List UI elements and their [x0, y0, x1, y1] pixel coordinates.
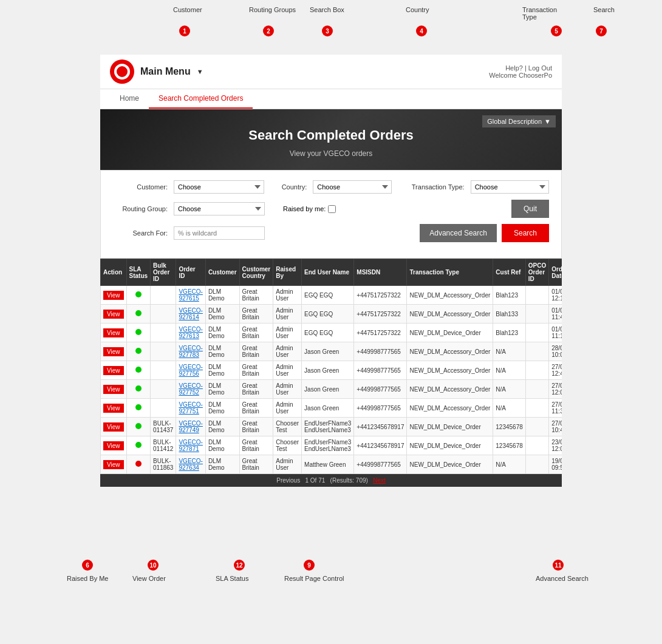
order-link[interactable]: VGECO-927756 [179, 364, 202, 377]
cell-raised: Admin User [273, 324, 302, 342]
cell-orderid: VGECO-927783 [176, 342, 205, 361]
cell-orderid: VGECO-927615 [176, 286, 205, 305]
view-button[interactable]: View [103, 441, 124, 450]
cell-orderid: VGECO-927749 [176, 418, 205, 436]
search-form: Customer: Choose Country: Choose Transac… [100, 170, 562, 259]
cell-date: 01/03/2018 11:19 [549, 324, 562, 342]
cell-opco [525, 342, 548, 361]
cell-custref: N/A [493, 342, 526, 361]
view-button[interactable]: View [103, 291, 124, 300]
order-link[interactable]: VGECO-927615 [179, 288, 202, 302]
cell-transaction: NEW_DLM_Accessory_Order [407, 380, 493, 399]
cell-customer: DLM Demo [205, 380, 239, 399]
annotation-label-7: Search [593, 6, 615, 13]
cell-transaction: NEW_DLM_Device_Order [407, 418, 493, 436]
welcome-text: Welcome ChooserPo [489, 72, 552, 79]
tab-search-completed-orders[interactable]: Search Completed Orders [149, 89, 253, 109]
cell-bulk [151, 342, 176, 361]
page-title: Search Completed Orders [112, 127, 550, 143]
order-link[interactable]: VGECO-927749 [179, 420, 202, 433]
top-right-area: Help? | Log Out Welcome ChooserPo [489, 64, 552, 79]
view-button[interactable]: View [103, 460, 124, 469]
sla-dot [135, 348, 142, 354]
col-date: Order Date [549, 259, 562, 286]
form-row-3: Search For: Advanced Search Search [113, 224, 549, 242]
cell-date: 27/02/2018 12:04 [549, 380, 562, 399]
order-link[interactable]: VGECO-927634 [179, 458, 202, 471]
search-input[interactable] [174, 226, 265, 240]
annotation-label-4: Country [406, 6, 429, 13]
cell-enduser: Jason Green [302, 361, 354, 380]
main-menu-arrow[interactable]: ▼ [197, 68, 203, 75]
cell-transaction: NEW_DLM_Accessory_Order [407, 305, 493, 324]
cell-customer: DLM Demo [205, 418, 239, 436]
cell-bulk [151, 324, 176, 342]
view-button[interactable]: View [103, 347, 124, 356]
raised-by-me-checkbox[interactable] [328, 205, 336, 213]
cell-custref: N/A [493, 399, 526, 418]
raised-by-me-label: Raised by me: [283, 205, 336, 213]
cell-transaction: NEW_DLM_Accessory_Order [407, 342, 493, 361]
form-row-2: Routing Group: Choose Raised by me: Quit [113, 200, 549, 218]
cell-transaction: NEW_DLM_Accessory_Order [407, 361, 493, 380]
country-select[interactable]: Choose [313, 180, 391, 194]
next-link[interactable]: Next [373, 477, 386, 484]
cell-customer: DLM Demo [205, 305, 239, 324]
cell-bulk [151, 380, 176, 399]
cell-enduser: Matthew Green [302, 455, 354, 474]
logout-link[interactable]: Log Out [528, 64, 552, 72]
annotation-label-9: Result Page Control [284, 575, 344, 582]
col-bulk: Bulk Order ID [151, 259, 176, 286]
cell-country: Great Britain [239, 455, 273, 474]
view-button[interactable]: View [103, 366, 124, 375]
order-link[interactable]: VGECO-927614 [179, 307, 202, 320]
quit-button[interactable]: Quit [511, 200, 549, 218]
main-menu-label[interactable]: Main Menu [140, 66, 191, 77]
cell-custref: N/A [493, 455, 526, 474]
tab-home[interactable]: Home [110, 89, 149, 109]
transaction-type-select[interactable]: Choose [471, 180, 549, 194]
table-row: View VGECO-927756 DLM Demo Great Britain… [101, 361, 562, 380]
view-button[interactable]: View [103, 328, 124, 337]
order-link[interactable]: VGECO-927783 [179, 345, 202, 358]
advanced-search-button[interactable]: Advanced Search [420, 224, 497, 242]
cell-msisdn: +447517257322 [354, 324, 407, 342]
form-row-1: Customer: Choose Country: Choose Transac… [113, 180, 549, 194]
cell-enduser: Jason Green [302, 380, 354, 399]
cell-bulk: BULK-011863 [151, 455, 176, 474]
cell-sla [126, 399, 151, 418]
cell-bulk [151, 361, 176, 380]
cell-opco [525, 399, 548, 418]
cell-sla [126, 455, 151, 474]
cell-orderid: VGECO-927756 [176, 361, 205, 380]
view-button[interactable]: View [103, 422, 124, 432]
cell-raised: Admin User [273, 380, 302, 399]
cell-transaction: NEW_DLM_Device_Order [407, 455, 493, 474]
top-bar: Main Menu ▼ Help? | Log Out Welcome Choo… [100, 55, 562, 89]
order-link[interactable]: VGECO-927751 [179, 401, 202, 415]
view-button[interactable]: View [103, 310, 124, 319]
view-button[interactable]: View [103, 404, 124, 413]
search-button[interactable]: Search [502, 224, 549, 242]
help-link[interactable]: Help? [505, 64, 523, 72]
col-msisdn: MSISDN [354, 259, 407, 286]
routing-group-select[interactable]: Choose [174, 202, 265, 215]
order-link[interactable]: VGECO-927613 [179, 326, 202, 339]
annotation-11: 11 [553, 560, 564, 571]
customer-select[interactable]: Choose [174, 180, 264, 194]
cell-enduser: Jason Green [302, 399, 354, 418]
order-link[interactable]: VGECO-927871 [179, 439, 202, 452]
cell-raised: Chooser Test [273, 436, 302, 455]
cell-action: View [101, 455, 127, 474]
cell-transaction: NEW_DLM_Device_Order [407, 324, 493, 342]
cell-sla [126, 305, 151, 324]
global-description-button[interactable]: Global Description ▼ [482, 115, 556, 127]
status-bar: Previous 1 Of 71 (Results: 709) Next [100, 474, 562, 487]
cell-action: View [101, 380, 127, 399]
vodafone-logo [110, 59, 134, 84]
cell-msisdn: +447517257322 [354, 286, 407, 305]
order-link[interactable]: VGECO-927752 [179, 382, 202, 396]
cell-customer: DLM Demo [205, 436, 239, 455]
view-button[interactable]: View [103, 385, 124, 394]
table-row: View BULK-011437 VGECO-927749 DLM Demo G… [101, 418, 562, 436]
